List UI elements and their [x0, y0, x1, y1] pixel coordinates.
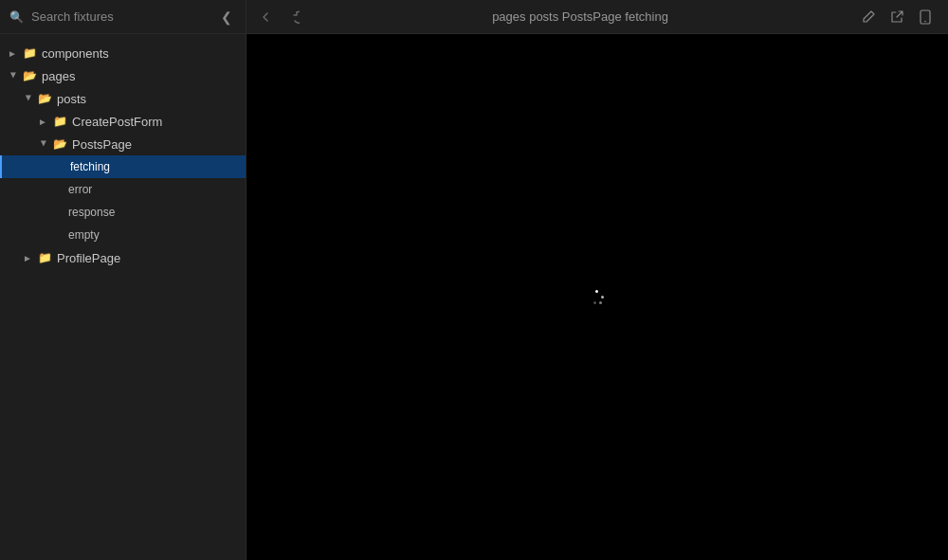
sidebar-item-label: response	[68, 206, 115, 219]
header: 🔍 Search fixtures ❮ pa	[0, 0, 948, 34]
spinner-dot	[601, 296, 604, 298]
svg-point-1	[924, 20, 926, 22]
nav-refresh-icon[interactable]	[284, 9, 300, 25]
sidebar-item-label: ProfilePage	[57, 251, 120, 265]
chevron-icon: ►	[8, 48, 19, 59]
header-nav	[262, 9, 300, 25]
main-content	[246, 34, 948, 560]
spinner-dot	[595, 290, 598, 293]
chevron-icon: ►	[39, 138, 49, 150]
sidebar-item-pages[interactable]: ► 📂 pages	[0, 64, 246, 87]
folder-icon: 📂	[53, 137, 67, 151]
sidebar-item-empty[interactable]: ► empty	[0, 224, 246, 246]
sidebar-item-posts-page[interactable]: ► 📂 PostsPage	[0, 133, 246, 155]
sidebar-item-label: components	[42, 46, 109, 61]
chevron-icon: ►	[9, 70, 19, 81]
sidebar-item-fetching[interactable]: ► fetching	[0, 155, 246, 178]
spinner-dots	[588, 288, 607, 307]
breadcrumb: pages posts PostsPage fetching	[300, 9, 861, 24]
app-container: 🔍 Search fixtures ❮ pa	[0, 0, 948, 560]
folder-icon: 📁	[53, 115, 67, 128]
sidebar-item-profile-page[interactable]: ► 📁 ProfilePage	[0, 246, 246, 269]
sidebar-item-response[interactable]: ► response	[0, 201, 246, 224]
sidebar-item-error[interactable]: ► error	[0, 178, 246, 201]
search-icon: 🔍	[9, 10, 24, 24]
main-header: pages posts PostsPage fetching	[246, 9, 948, 25]
folder-icon: 📁	[23, 46, 37, 60]
spinner-dot	[593, 301, 596, 304]
sidebar-item-label: fetching	[70, 160, 110, 173]
sidebar-item-label: empty	[68, 228, 100, 242]
sidebar-item-label: posts	[57, 92, 86, 106]
sidebar-item-posts[interactable]: ► 📂 posts	[0, 87, 246, 110]
breadcrumb-text: pages posts PostsPage fetching	[492, 9, 668, 24]
spinner-dot	[599, 301, 602, 304]
sidebar-item-label: pages	[42, 69, 75, 83]
sidebar-header: 🔍 Search fixtures ❮	[0, 0, 246, 33]
nav-back-icon[interactable]	[262, 9, 277, 25]
header-actions	[861, 9, 933, 25]
chevron-icon: ►	[38, 117, 49, 127]
sidebar-item-label: error	[68, 183, 92, 196]
chevron-icon: ►	[23, 253, 34, 263]
sidebar: ► 📁 components ► 📂 pages ► 📂 posts	[0, 34, 246, 560]
edit-icon[interactable]	[861, 9, 876, 25]
sidebar-item-label: PostsPage	[72, 137, 132, 152]
external-link-icon[interactable]	[889, 9, 904, 25]
collapse-sidebar-button[interactable]: ❮	[217, 8, 236, 27]
chevron-icon: ►	[24, 93, 34, 104]
folder-icon: 📁	[38, 251, 52, 264]
device-icon[interactable]	[918, 9, 933, 25]
search-input-placeholder[interactable]: Search fixtures	[31, 9, 217, 24]
content-area: ► 📁 components ► 📂 pages ► 📂 posts	[0, 34, 948, 560]
loading-spinner	[588, 288, 607, 307]
folder-icon: 📂	[38, 92, 52, 105]
folder-icon: 📂	[23, 69, 37, 82]
sidebar-item-components[interactable]: ► 📁 components	[0, 42, 246, 64]
sidebar-item-create-post-form[interactable]: ► 📁 CreatePostForm	[0, 110, 246, 133]
sidebar-item-label: CreatePostForm	[72, 115, 162, 129]
